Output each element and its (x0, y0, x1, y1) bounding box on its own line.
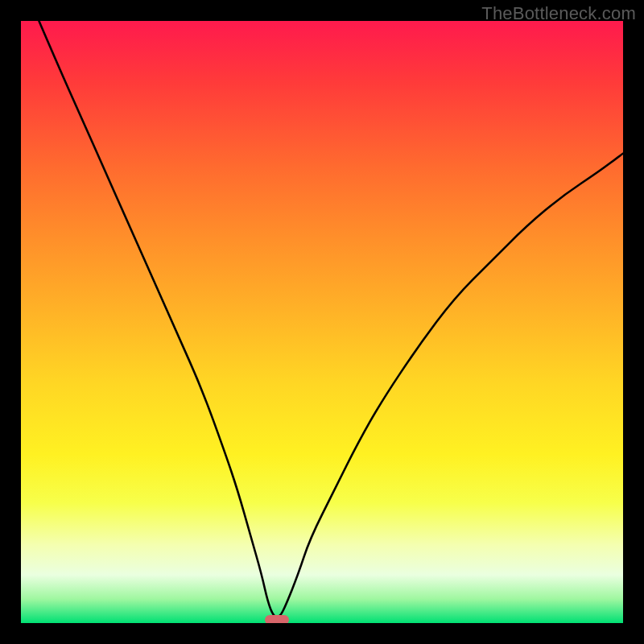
bottleneck-curve (21, 21, 623, 623)
chart-canvas: TheBottleneck.com (0, 0, 644, 644)
optimal-marker (265, 615, 289, 624)
plot-area (21, 21, 623, 623)
watermark-text: TheBottleneck.com (481, 3, 636, 24)
